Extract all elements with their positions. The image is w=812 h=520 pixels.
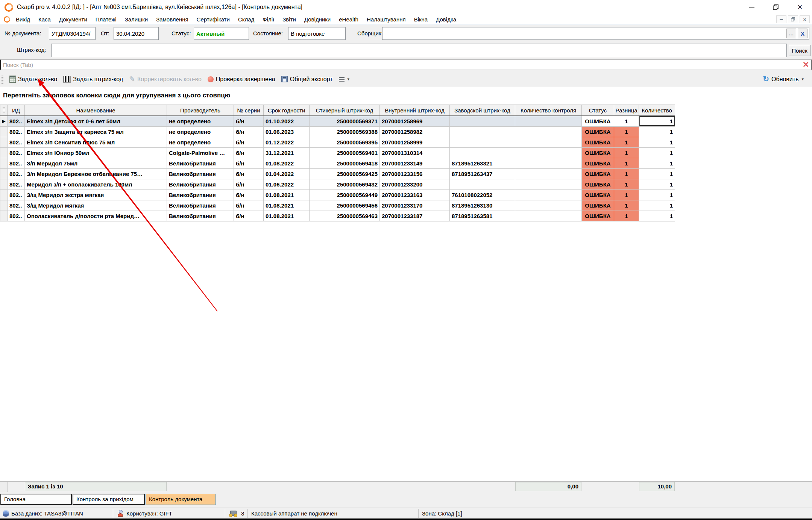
cell-control[interactable] xyxy=(515,158,582,168)
cell-control[interactable] xyxy=(515,168,582,179)
cell-qty[interactable]: 1 xyxy=(639,116,675,126)
cell-name[interactable]: Elmex з/п Юниор 50мл xyxy=(25,147,167,158)
column-header-4[interactable]: № серии xyxy=(234,105,264,116)
cell-internal[interactable]: 2070001233149 xyxy=(380,158,450,168)
chevron-down-icon[interactable]: ▾ xyxy=(801,77,804,82)
doc-number-field[interactable] xyxy=(49,27,96,40)
column-header-8[interactable]: Заводской штрих-код xyxy=(450,105,515,116)
cell-id[interactable]: 802.. xyxy=(8,158,25,168)
cell-status[interactable]: ОШИБКА xyxy=(582,179,614,190)
cell-diff[interactable]: 1 xyxy=(614,126,639,137)
menu-item-10[interactable]: Звіти xyxy=(278,16,300,23)
cell-diff[interactable]: 1 xyxy=(614,168,639,179)
menu-item-7[interactable]: Сертифікати xyxy=(193,16,234,23)
menu-item-9[interactable]: Філії xyxy=(258,16,278,23)
cell-qty[interactable]: 1 xyxy=(639,168,675,179)
cell-name[interactable]: Меридол з/п + ополаскиватель 100мл xyxy=(25,179,167,190)
table-row[interactable]: 802..Меридол з/п + ополаскиватель 100млВ… xyxy=(0,179,675,190)
cell-factory[interactable] xyxy=(450,116,515,126)
toolbar-button-1[interactable]: Задать кол-во xyxy=(6,74,60,84)
menu-item-6[interactable]: Замовлення xyxy=(152,16,192,23)
cell-internal[interactable]: 2070001233187 xyxy=(380,211,450,221)
cell-name[interactable]: Elmex з/п Детская от 0-6 лет 50мл xyxy=(25,116,167,126)
cell-internal[interactable]: 2070001233200 xyxy=(380,179,450,190)
cell-id[interactable]: 802.. xyxy=(8,126,25,137)
cell-factory[interactable] xyxy=(450,179,515,190)
cell-name[interactable]: З/п Меридол Бережное отбеливание 75… xyxy=(25,168,167,179)
cell-internal[interactable]: 2070001233156 xyxy=(380,168,450,179)
quick-search-input[interactable] xyxy=(0,59,812,70)
cell-internal[interactable]: 2070001233163 xyxy=(380,190,450,200)
cell-producer[interactable]: Colgate-Palmolive … xyxy=(167,147,234,158)
cell-internal[interactable]: 2070001258969 xyxy=(380,116,450,126)
tab-1[interactable]: Головна xyxy=(0,494,72,505)
menu-item-14[interactable]: Вікна xyxy=(410,16,432,23)
close-button[interactable]: × xyxy=(788,0,812,14)
table-row[interactable]: 802..З/п Меридол Бережное отбеливание 75… xyxy=(0,168,675,179)
cell-id[interactable]: 802.. xyxy=(8,116,25,126)
cell-diff[interactable]: 1 xyxy=(614,158,639,168)
menu-item-11[interactable]: Довідники xyxy=(300,16,335,23)
table-row[interactable]: 802..З/щ Меридол мягкаяВеликобританияб/н… xyxy=(0,200,675,211)
cell-producer[interactable]: не определено xyxy=(167,126,234,137)
cell-internal[interactable]: 2070001310314 xyxy=(380,147,450,158)
cell-producer[interactable]: Великобритания xyxy=(167,168,234,179)
status-field[interactable] xyxy=(194,27,249,40)
cell-series[interactable]: б/н xyxy=(234,158,264,168)
cell-id[interactable]: 802.. xyxy=(8,168,25,179)
cell-factory[interactable]: 7610108022052 xyxy=(450,190,515,200)
cell-series[interactable]: б/н xyxy=(234,116,264,126)
cell-diff[interactable]: 1 xyxy=(614,179,639,190)
cell-id[interactable]: 802.. xyxy=(8,190,25,200)
table-row[interactable]: 802..З/п Меридол 75млВеликобританияб/н01… xyxy=(0,158,675,168)
cell-series[interactable]: б/н xyxy=(234,211,264,221)
menu-item-8[interactable]: Склад xyxy=(234,16,258,23)
cell-producer[interactable]: Великобритания xyxy=(167,190,234,200)
column-header-5[interactable]: Срок годности xyxy=(264,105,310,116)
cell-internal[interactable]: 2070001258999 xyxy=(380,137,450,147)
restore-button[interactable] xyxy=(764,0,788,14)
cell-control[interactable] xyxy=(515,147,582,158)
cell-factory[interactable]: 8718951263321 xyxy=(450,158,515,168)
cell-control[interactable] xyxy=(515,116,582,126)
cell-series[interactable]: б/н xyxy=(234,190,264,200)
column-header-3[interactable]: Производитель xyxy=(167,105,234,116)
cell-qty[interactable]: 1 xyxy=(639,200,675,211)
cell-qty[interactable]: 1 xyxy=(639,211,675,221)
column-header-9[interactable]: Количество контроля xyxy=(515,105,582,116)
cell-diff[interactable]: 1 xyxy=(614,211,639,221)
menu-item-2[interactable]: Каса xyxy=(34,16,55,23)
menu-item-1[interactable]: Вихід xyxy=(12,16,34,23)
cell-expiry[interactable]: 31.12.2021 xyxy=(264,147,310,158)
cell-status[interactable]: ОШИБКА xyxy=(582,147,614,158)
menu-item-15[interactable]: Довідка xyxy=(432,16,460,23)
cell-sticker[interactable]: 2500000569456 xyxy=(310,200,380,211)
table-row[interactable]: 802..Elmex з/п Юниор 50млColgate-Palmoli… xyxy=(0,147,675,158)
cell-id[interactable]: 802.. xyxy=(8,137,25,147)
cell-status[interactable]: ОШИБКА xyxy=(582,211,614,221)
cell-series[interactable]: б/н xyxy=(234,179,264,190)
collector-field[interactable]: ... X xyxy=(382,27,809,40)
cell-diff[interactable]: 1 xyxy=(614,200,639,211)
column-header-12[interactable]: Количество xyxy=(639,105,675,116)
cell-expiry[interactable]: 01.08.2021 xyxy=(264,211,310,221)
column-header-11[interactable]: Разница xyxy=(614,105,639,116)
menu-item-4[interactable]: Платежі xyxy=(91,16,121,23)
cell-status[interactable]: ОШИБКА xyxy=(582,158,614,168)
collector-browse-button[interactable]: ... xyxy=(786,29,796,38)
cell-name[interactable]: З/щ Меридол экстра мягкая xyxy=(25,190,167,200)
column-header-6[interactable]: Стикерный штрих-код xyxy=(310,105,380,116)
cell-control[interactable] xyxy=(515,190,582,200)
cell-series[interactable]: б/н xyxy=(234,126,264,137)
cell-sticker[interactable]: 2500000569371 xyxy=(310,116,380,126)
toolbar-button-4[interactable]: Проверка завершена xyxy=(205,74,278,84)
cell-status[interactable]: ОШИБКА xyxy=(582,200,614,211)
cell-qty[interactable]: 1 xyxy=(639,158,675,168)
cell-factory[interactable] xyxy=(450,126,515,137)
cell-sticker[interactable]: 2500000569425 xyxy=(310,168,380,179)
cell-name[interactable]: З/щ Меридол мягкая xyxy=(25,200,167,211)
cell-expiry[interactable]: 01.06.2023 xyxy=(264,126,310,137)
cell-diff[interactable]: 1 xyxy=(614,116,639,126)
menu-item-5[interactable]: Залишки xyxy=(121,16,152,23)
barcode-field[interactable] xyxy=(51,44,787,57)
